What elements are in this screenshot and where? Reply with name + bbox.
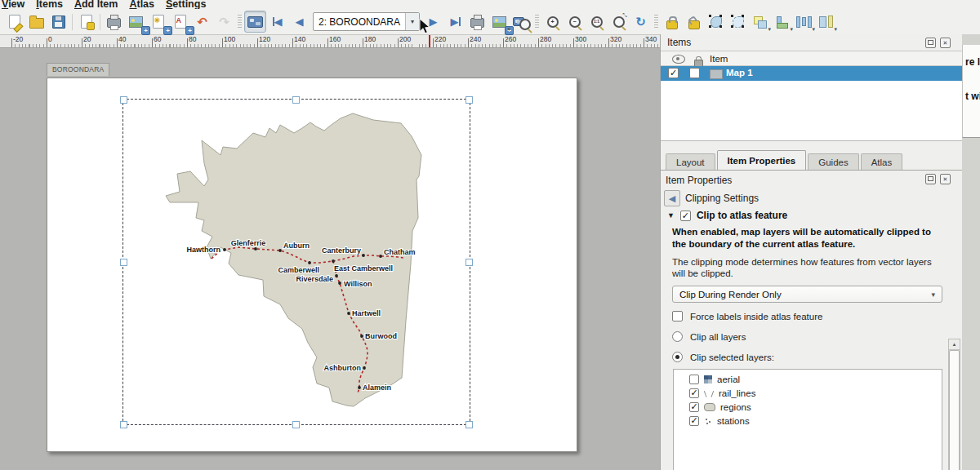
redo-button[interactable]: ↷: [213, 11, 235, 33]
layer-checkbox[interactable]: [689, 375, 699, 384]
new-layout-button[interactable]: [3, 11, 25, 33]
clip-section-header[interactable]: ▼ ✓ Clip to atlas feature: [667, 210, 787, 221]
ruler-label: 340: [645, 35, 657, 43]
clip-to-atlas-checkbox[interactable]: ✓: [680, 211, 691, 221]
force-labels-row[interactable]: Force labels inside atlas feature: [672, 311, 822, 321]
save-as-template-button[interactable]: [75, 11, 97, 33]
clip-info-text: The clipping mode determines how feature…: [672, 256, 945, 279]
chevron-down-icon: ▾: [411, 18, 414, 25]
combobox-dropdown-button[interactable]: ▾: [405, 13, 419, 30]
item-visibility-checkbox[interactable]: ✓: [668, 68, 679, 78]
last-feature-icon: ▶: [451, 16, 459, 27]
export-svg-button[interactable]: ✳+: [147, 11, 169, 33]
clip-selected-layers-label: Clip selected layers:: [690, 352, 774, 362]
atlas-feature-combobox[interactable]: 2: BOROONDARA ▾: [313, 12, 420, 31]
scroll-up-icon: ▲: [952, 342, 957, 347]
zoom-out-button[interactable]: −: [564, 11, 586, 33]
export-atlas-button[interactable]: +▾: [488, 11, 510, 33]
map-item-selection[interactable]: [122, 99, 470, 425]
group-items-button[interactable]: [705, 11, 727, 33]
close-panel-button[interactable]: ✕: [940, 174, 951, 184]
ruler-label: 260: [505, 35, 516, 43]
selection-handle-e[interactable]: [466, 259, 473, 266]
tab-item-properties[interactable]: Item Properties: [717, 150, 807, 170]
layer-row-stations[interactable]: ✓ stations: [674, 414, 942, 428]
last-feature-button[interactable]: ▶: [444, 11, 466, 33]
clipping-mode-combobox[interactable]: Clip During Render Only ▾: [672, 286, 942, 303]
selection-handle-s[interactable]: [292, 421, 300, 428]
raise-items-button[interactable]: ▾: [749, 11, 771, 33]
mouse-cursor: [419, 18, 434, 36]
scrollbar-thumb[interactable]: [949, 350, 960, 470]
layer-row-regions[interactable]: ✓ regions: [674, 400, 942, 414]
tab-layout[interactable]: Layout: [666, 153, 715, 170]
items-row-map1[interactable]: ✓ Map 1: [661, 66, 962, 81]
layout-canvas[interactable]: BOROONDARA Hawthorn Glenferrie Auburn Ca…: [0, 48, 660, 470]
layer-checkbox[interactable]: ✓: [689, 388, 699, 398]
selection-handle-nw[interactable]: [120, 96, 127, 104]
back-button[interactable]: ◀: [664, 190, 680, 206]
lock-items-button[interactable]: [661, 11, 683, 33]
selection-handle-sw[interactable]: [120, 421, 127, 428]
distribute-items-button[interactable]: ▾: [793, 11, 815, 33]
zoom-full-button[interactable]: ⤡: [608, 11, 630, 33]
unlock-items-button[interactable]: [683, 11, 705, 33]
ungroup-items-button[interactable]: [727, 11, 749, 33]
items-list[interactable]: ✓ Map 1: [661, 66, 962, 141]
layer-row-aerial[interactable]: aerial: [674, 372, 942, 386]
export-image-icon: [129, 16, 143, 28]
toolbar-separator: [100, 14, 100, 30]
first-feature-button[interactable]: ◀: [266, 11, 288, 33]
menu-atlas[interactable]: Atlas: [129, 0, 154, 9]
float-panel-button[interactable]: [925, 38, 936, 48]
layer-checkbox[interactable]: ✓: [689, 416, 699, 426]
print-button[interactable]: [103, 11, 125, 33]
clip-all-layers-radio[interactable]: [672, 331, 683, 342]
export-svg-icon: ✳: [153, 15, 164, 29]
print-atlas-button[interactable]: [466, 11, 488, 33]
export-pdf-icon: A: [175, 15, 186, 29]
close-panel-button[interactable]: ✕: [940, 38, 951, 48]
menu-add-item[interactable]: Add Item: [74, 0, 118, 9]
undo-button[interactable]: ↶: [191, 11, 213, 33]
clip-selected-layers-row[interactable]: Clip selected layers:: [672, 352, 774, 362]
export-image-button[interactable]: +: [125, 11, 147, 33]
properties-scrollbar[interactable]: ▲: [948, 339, 960, 470]
items-panel-title: Items: [667, 37, 691, 48]
item-lock-checkbox[interactable]: [689, 68, 700, 78]
force-labels-checkbox[interactable]: [672, 311, 683, 321]
refresh-button[interactable]: ↻: [630, 11, 652, 33]
layer-checkbox[interactable]: ✓: [689, 402, 699, 412]
collapse-triangle-icon[interactable]: ▼: [667, 211, 675, 219]
zoom-actual-button[interactable]: 1:1: [586, 11, 608, 33]
save-project-button[interactable]: [47, 11, 69, 33]
chevron-down-icon: ▾: [931, 290, 935, 299]
clip-selected-layers-radio[interactable]: [672, 352, 683, 362]
selection-handle-ne[interactable]: [466, 96, 473, 104]
selection-handle-w[interactable]: [120, 259, 127, 266]
zoom-in-button[interactable]: +: [541, 11, 564, 33]
scroll-up-button[interactable]: ▲: [949, 339, 960, 350]
preview-atlas-toggle[interactable]: [244, 11, 266, 33]
selection-handle-n[interactable]: [292, 96, 300, 104]
previous-feature-button[interactable]: ◀: [288, 11, 310, 33]
menu-settings[interactable]: Settings: [166, 0, 206, 9]
menu-view[interactable]: View: [2, 0, 24, 9]
export-pdf-button[interactable]: A+: [169, 11, 191, 33]
selection-handle-se[interactable]: [466, 421, 473, 428]
ruler-label: 80: [189, 35, 196, 43]
toolbar-grip: [238, 15, 242, 29]
layer-list[interactable]: aerial ✓ rail_lines ✓ regions ✓ stations: [673, 369, 942, 470]
new-layout-icon: [9, 15, 20, 29]
clip-all-layers-row[interactable]: Clip all layers: [672, 331, 746, 342]
tab-guides[interactable]: Guides: [808, 153, 858, 170]
resize-items-button[interactable]: ▾: [815, 11, 837, 33]
tab-atlas[interactable]: Atlas: [861, 153, 903, 170]
atlas-settings-button[interactable]: [510, 11, 532, 33]
layer-row-rail-lines[interactable]: ✓ rail_lines: [674, 386, 942, 400]
menu-items[interactable]: Items: [36, 0, 63, 9]
float-panel-button[interactable]: [925, 174, 936, 184]
group-items-icon: [710, 16, 722, 28]
align-items-button[interactable]: ▾: [771, 11, 793, 33]
open-template-button[interactable]: [25, 11, 47, 33]
